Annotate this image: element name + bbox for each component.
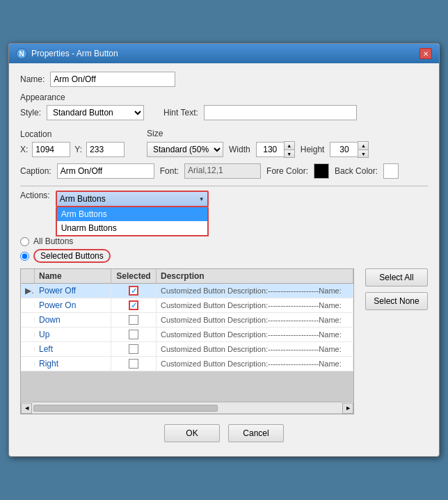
cell-desc: Customized Button Description:----------… <box>157 299 353 312</box>
checkbox[interactable] <box>129 359 138 369</box>
height-spinner: ▲ ▼ <box>330 141 369 158</box>
style-hint-row: Style: Standard Button Hint Text: <box>20 105 428 120</box>
dropdown-item-unarm[interactable]: Unarm Buttons <box>57 221 207 235</box>
checkbox[interactable]: ✓ <box>129 286 138 296</box>
y-input[interactable] <box>86 142 125 157</box>
ok-button[interactable]: OK <box>164 424 220 442</box>
cell-arrow <box>21 318 35 322</box>
cell-name: Up <box>35 328 111 341</box>
height-spin-buttons: ▲ ▼ <box>358 141 369 158</box>
x-input[interactable] <box>32 142 70 157</box>
table-body: ▶ Power Off ✓ Customized Button Descript… <box>21 284 353 401</box>
check-mark: ✓ <box>131 287 137 295</box>
location-coords: X: Y: <box>20 142 125 157</box>
cell-arrow <box>21 362 35 366</box>
table-row[interactable]: ▶ Power Off ✓ Customized Button Descript… <box>21 284 353 298</box>
font-display: Arial,12,1 <box>184 163 261 179</box>
back-color-picker[interactable] <box>383 163 399 179</box>
height-up-button[interactable]: ▲ <box>358 142 368 150</box>
name-row: Name: <box>20 72 428 87</box>
select-none-button[interactable]: Select None <box>365 292 428 310</box>
font-label: Font: <box>160 166 179 176</box>
horizontal-scrollbar[interactable]: ◀ ▶ <box>21 401 353 414</box>
width-up-button[interactable]: ▲ <box>285 142 294 150</box>
back-color-label: Back Color: <box>335 166 378 176</box>
height-label: Height <box>301 145 325 154</box>
cell-arrow <box>21 347 35 351</box>
cell-name: Down <box>35 313 111 327</box>
height-down-button[interactable]: ▼ <box>358 150 368 157</box>
size-dropdown[interactable]: Standard (50%) <box>147 142 223 157</box>
cell-desc: Customized Button Description:----------… <box>157 314 353 326</box>
checkbox[interactable] <box>129 330 138 339</box>
divider <box>20 186 428 186</box>
actions-dropdown-value: Arm Buttons <box>60 194 106 204</box>
width-spinner: ▲ ▼ <box>256 141 295 158</box>
buttons-table: Name Selected Descrption ▶ Power Off ✓ <box>20 268 354 414</box>
table-wrapper: Name Selected Descrption ▶ Power Off ✓ <box>20 268 354 417</box>
header-description: Descrption <box>157 269 353 283</box>
actions-dropdown-container: Arm Buttons ▼ Arm Buttons Unarm Buttons <box>56 191 209 207</box>
x-label: X: <box>20 145 28 154</box>
table-row[interactable]: Power On ✓ Customized Button Description… <box>21 298 353 313</box>
select-all-button[interactable]: Select All <box>365 268 428 287</box>
cell-selected <box>111 357 157 371</box>
radio-all-buttons[interactable] <box>20 237 29 246</box>
cell-name: Right <box>35 357 111 371</box>
right-buttons: Select All Select None <box>365 268 428 417</box>
actions-dropdown[interactable]: Arm Buttons ▼ <box>56 191 209 207</box>
dialog-window: N Properties - Arm Button ✕ Name: Appear… <box>8 43 440 457</box>
selected-buttons-label-box: Selected Buttons <box>33 249 111 263</box>
dialog-title: Properties - Arm Button <box>31 49 118 58</box>
cell-selected <box>111 342 157 356</box>
cell-arrow: ▶ <box>21 284 35 298</box>
cell-arrow <box>21 303 35 307</box>
caption-label: Caption: <box>20 166 51 176</box>
width-down-button[interactable]: ▼ <box>285 150 294 157</box>
table-header: Name Selected Descrption <box>21 269 353 284</box>
actions-label: Actions: <box>20 191 50 200</box>
size-label: Size <box>147 129 369 138</box>
checkbox[interactable] <box>129 315 138 325</box>
fore-color-picker[interactable] <box>314 163 329 179</box>
style-dropdown[interactable]: Standard Button <box>47 105 144 120</box>
header-arrow <box>21 269 35 283</box>
scroll-right-button[interactable]: ▶ <box>342 403 353 414</box>
checkbox[interactable] <box>129 344 138 354</box>
cell-selected: ✓ <box>111 298 157 312</box>
radio-all-row: All Buttons <box>20 236 428 246</box>
cell-selected: ✓ <box>111 284 157 298</box>
scroll-track[interactable] <box>32 402 342 414</box>
caption-row: Caption: Font: Arial,12,1 Fore Color: Ba… <box>20 163 428 179</box>
hint-text-label: Hint Text: <box>163 108 198 118</box>
radio-all-label: All Buttons <box>33 236 73 246</box>
fore-color-label: Fore Color: <box>266 166 308 176</box>
checkbox[interactable]: ✓ <box>129 300 138 310</box>
dropdown-arrow-icon: ▼ <box>199 196 205 202</box>
scroll-left-button[interactable]: ◀ <box>21 403 32 414</box>
selected-buttons-text: Selected Buttons <box>40 251 104 261</box>
radio-group: All Buttons Selected Buttons <box>20 236 428 263</box>
title-bar-left: N Properties - Arm Button <box>16 48 118 59</box>
hint-text-input[interactable] <box>204 105 357 120</box>
table-row[interactable]: Down Customized Button Description:-----… <box>21 313 353 328</box>
cell-name: Power Off <box>35 284 111 298</box>
location-size-row: Location X: Y: Size Standard (50%) Width <box>20 126 428 158</box>
dropdown-item-arm[interactable]: Arm Buttons <box>57 207 207 221</box>
width-input[interactable] <box>256 142 284 157</box>
table-row[interactable]: Left Customized Button Description:-----… <box>21 342 353 357</box>
table-empty-area <box>21 371 353 401</box>
caption-input[interactable] <box>57 163 154 179</box>
y-label: Y: <box>74 145 82 154</box>
scroll-thumb[interactable] <box>33 405 218 412</box>
location-label: Location <box>20 129 125 139</box>
bottom-row: OK Cancel <box>20 417 428 448</box>
name-input[interactable] <box>50 72 175 87</box>
radio-selected-buttons[interactable] <box>20 252 29 261</box>
close-button[interactable]: ✕ <box>419 48 432 59</box>
table-row[interactable]: Right Customized Button Description:----… <box>21 357 353 371</box>
cell-desc: Customized Button Description:----------… <box>157 284 353 297</box>
cancel-button[interactable]: Cancel <box>228 424 284 442</box>
height-input[interactable] <box>330 142 358 157</box>
table-row[interactable]: Up Customized Button Description:-------… <box>21 328 353 342</box>
